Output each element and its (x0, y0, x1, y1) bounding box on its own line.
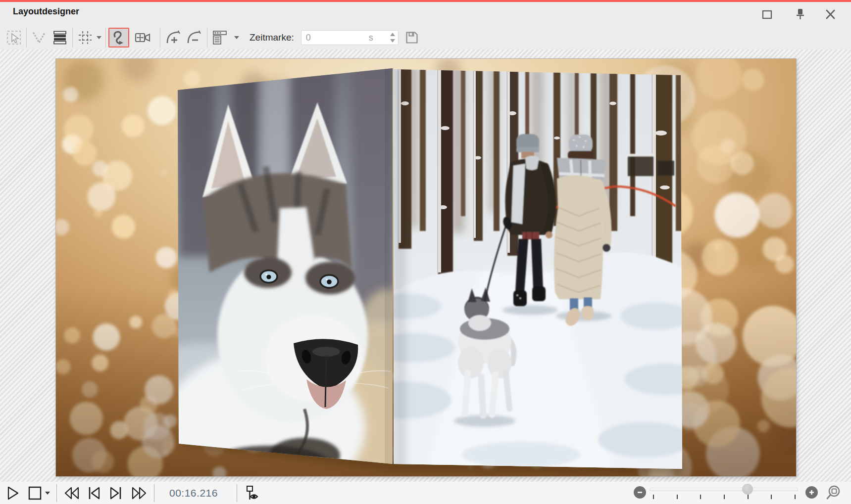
add-path-point-icon (165, 29, 182, 46)
chevron-down-icon (390, 39, 395, 43)
zoom-slider-ticks (653, 495, 796, 499)
playback-time: 00:16.216 (169, 487, 228, 499)
play-button[interactable] (4, 484, 22, 503)
skip-to-start-button[interactable] (85, 484, 103, 503)
timestamp-spinner (389, 31, 397, 44)
selection-arrow-icon (6, 30, 22, 46)
stop-options-dropdown[interactable] (44, 483, 51, 503)
stop-icon (27, 485, 42, 501)
plus-icon (808, 489, 815, 496)
camera-pan-icon (134, 30, 151, 46)
timestamp-label: Zeitmarke: (250, 32, 294, 43)
pin-icon (792, 7, 808, 22)
rewind-button[interactable] (62, 484, 82, 503)
save-button[interactable] (402, 28, 421, 47)
titlebar: Layoutdesigner (0, 2, 851, 26)
grid-tool-dropdown[interactable] (95, 28, 103, 47)
photo-winter-couple[interactable] (357, 65, 707, 471)
play-icon (5, 485, 20, 501)
skip-start-icon (86, 485, 102, 501)
playback-bar: 00:16.216 (0, 482, 851, 504)
toolbar: Zeitmarke: s (0, 26, 851, 49)
layout-canvas[interactable] (56, 59, 796, 476)
pin-button[interactable] (792, 7, 808, 22)
stop-button[interactable] (26, 484, 44, 503)
minus-icon (637, 489, 643, 496)
object-list-tool-button[interactable] (210, 28, 230, 47)
grid-icon (77, 30, 93, 46)
object-list-icon (212, 30, 228, 46)
zoom-slider-track[interactable] (650, 488, 798, 491)
fast-forward-button[interactable] (129, 484, 149, 503)
workspace (0, 49, 851, 482)
window-title: Layoutdesigner (13, 6, 79, 17)
toolbar-divider (105, 28, 106, 47)
keyframe-curve-tool-button[interactable] (29, 28, 49, 47)
layers-icon (52, 30, 68, 46)
chevron-up-icon (390, 33, 395, 36)
object-list-dropdown[interactable] (233, 28, 241, 47)
spinner-up-button[interactable] (389, 32, 397, 37)
maximize-button[interactable] (758, 7, 775, 22)
timestamp-unit: s (369, 33, 373, 43)
layoutdesigner-window: Layoutdesigner (0, 0, 851, 504)
rewind-icon (63, 485, 80, 501)
chevron-down-icon (45, 492, 50, 495)
camera-pan-tool-button[interactable] (132, 28, 153, 47)
timestamp-field: s (301, 30, 399, 45)
zoom-fit-button[interactable] (824, 484, 842, 501)
zoom-slider-thumb[interactable] (742, 484, 753, 495)
close-button[interactable] (822, 7, 839, 22)
playback-divider (56, 484, 57, 502)
save-floppy-icon (404, 30, 419, 45)
toolbar-divider (160, 28, 160, 47)
layers-tool-button[interactable] (50, 28, 70, 47)
marker-visibility-button[interactable] (242, 484, 263, 503)
canvas-zoom-controls (623, 482, 851, 504)
grid-tool-button[interactable] (75, 28, 95, 47)
spinner-down-button[interactable] (389, 39, 397, 44)
toolbar-divider (72, 28, 73, 47)
selection-tool-button[interactable] (4, 28, 24, 47)
skip-to-end-button[interactable] (106, 484, 125, 503)
dotted-curve-icon (31, 30, 47, 46)
timestamp-input[interactable] (301, 33, 356, 43)
s-curve-icon (110, 29, 127, 46)
zoom-in-button[interactable] (805, 486, 818, 499)
remove-path-point-icon (186, 29, 202, 46)
marker-eye-icon (244, 484, 261, 502)
motion-path-tool-button[interactable] (108, 28, 129, 47)
remove-path-point-tool-button[interactable] (184, 28, 204, 47)
toolbar-divider (207, 28, 207, 47)
chevron-down-icon (97, 36, 101, 39)
zoom-out-button[interactable] (634, 486, 646, 499)
skip-end-icon (108, 485, 124, 501)
chevron-down-icon (234, 36, 239, 39)
maximize-icon (759, 7, 775, 22)
zoom-fit-magnifier-icon (825, 484, 842, 501)
playback-divider (237, 484, 237, 502)
add-path-point-tool-button[interactable] (163, 28, 184, 47)
playback-divider (154, 484, 154, 502)
toolbar-divider (26, 28, 27, 47)
close-icon (822, 7, 838, 22)
fast-forward-icon (131, 485, 148, 501)
slide-preview (56, 59, 796, 476)
